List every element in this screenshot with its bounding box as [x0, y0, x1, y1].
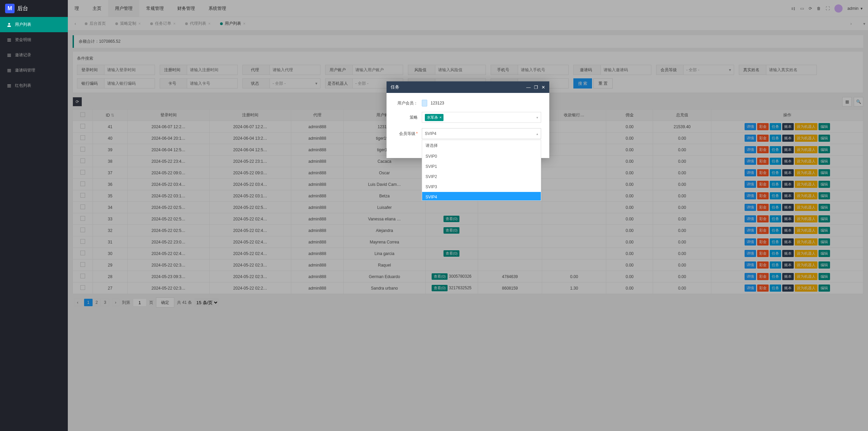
list-icon: [7, 53, 12, 58]
modal-user-label: 用户会员：: [395, 100, 422, 106]
sidebar-item-users[interactable]: 用户列表: [0, 17, 68, 32]
modal-strategy-label: 策略: [395, 115, 422, 120]
level-option[interactable]: SVIP4: [422, 192, 541, 201]
minimize-icon[interactable]: —: [526, 85, 531, 90]
task-modal: 任务 — ❐ ✕ 用户会员： 123123 策略 水军杀× ▾: [387, 81, 549, 158]
strategy-tag[interactable]: 水军杀×: [425, 114, 443, 121]
level-dropdown: 请选择SVIP0SVIP1SVIP2SVIP3SVIP4SvipX1: [422, 140, 541, 201]
sidebar-item-label: 邀请记录: [15, 52, 31, 58]
users-icon: [7, 22, 12, 27]
list-icon: [7, 38, 12, 42]
level-option[interactable]: 请选择: [422, 140, 541, 151]
sidebar-item-invite[interactable]: 邀请记录: [0, 47, 68, 63]
sidebar-item-label: 资金明细: [15, 37, 31, 43]
chevron-down-icon: ▾: [536, 116, 538, 119]
modal-overlay[interactable]: [68, 0, 868, 431]
list-icon: [7, 68, 12, 73]
close-icon[interactable]: ✕: [541, 85, 545, 90]
level-option[interactable]: SVIP3: [422, 182, 541, 192]
level-value: SVIP4: [425, 131, 436, 136]
sidebar-item-redpacket[interactable]: 红包列表: [0, 78, 68, 93]
level-select[interactable]: SVIP4 ▴ 请选择SVIP0SVIP1SVIP2SVIP3SVIP4Svip…: [422, 128, 541, 139]
level-option[interactable]: SVIP2: [422, 172, 541, 182]
modal-title: 任务: [391, 84, 399, 90]
main: 理 主页 用户管理 常规管理 财务管理 系统管理 ⫾⫿ ▭ ⟳ 🗑 ⛶ admi…: [68, 0, 868, 431]
file-icon: [422, 100, 427, 106]
sidebar-item-label: 邀请码管理: [15, 67, 35, 73]
modal-level-label: 会员等级*: [395, 131, 422, 137]
logo: M 后台: [0, 0, 68, 17]
sidebar-item-funds[interactable]: 资金明细: [0, 32, 68, 47]
sidebar: M 后台 用户列表 资金明细 邀请记录 邀请码管理 红包列表: [0, 0, 68, 431]
maximize-icon[interactable]: ❐: [534, 85, 538, 90]
list-icon: [7, 83, 12, 88]
modal-header[interactable]: 任务 — ❐ ✕: [387, 81, 549, 93]
sidebar-item-label: 用户列表: [15, 22, 31, 27]
level-option[interactable]: SVIP0: [422, 151, 541, 161]
modal-user-value: 123123: [431, 101, 444, 105]
logo-icon: M: [5, 4, 15, 13]
chevron-up-icon: ▴: [536, 132, 538, 136]
logo-text: 后台: [17, 5, 28, 12]
strategy-select[interactable]: 水军杀× ▾: [422, 112, 541, 123]
sidebar-item-label: 红包列表: [15, 83, 31, 89]
level-option[interactable]: SVIP1: [422, 161, 541, 172]
tag-remove-icon[interactable]: ×: [439, 115, 441, 119]
sidebar-item-invitecode[interactable]: 邀请码管理: [0, 63, 68, 78]
